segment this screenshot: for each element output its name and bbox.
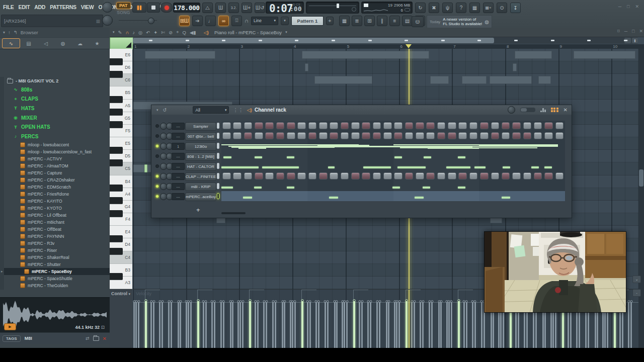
velocity-stem[interactable] [162,302,163,348]
velocity-stem[interactable] [186,302,187,348]
tree-group-808s[interactable]: ∿808s [0,85,110,95]
main-pitch-knob[interactable] [102,15,113,26]
step-button[interactable] [233,132,242,139]
piano-black-key[interactable] [110,71,123,78]
sample-item[interactable]: mPERC - R3v [0,240,110,247]
sample-item[interactable]: mPERC - Shutter [0,261,110,268]
step-button[interactable] [330,132,338,139]
step-button[interactable] [544,122,553,129]
step-button[interactable] [265,122,274,129]
velocity-stem-selected[interactable] [249,301,251,348]
undo-icon[interactable]: ↻ [415,3,426,13]
tree-group-percs[interactable]: ♪PERCS [0,132,110,141]
step-button[interactable] [222,122,231,129]
step-button[interactable] [426,132,435,139]
piano-black-key[interactable] [110,96,123,103]
sample-item[interactable]: mloop - lowsubaccent [0,141,110,148]
tab-files[interactable]: ▤ [20,39,37,48]
velocity-stem[interactable] [211,302,213,348]
sample-item[interactable]: ▸mPERC - SpaceBoy [0,268,110,275]
velocity-stem-selected[interactable] [301,301,303,348]
velocity-stem[interactable] [171,302,172,348]
velocity-stem[interactable] [153,302,154,348]
playlist-panel-icon[interactable]: ▦ [339,16,350,26]
microphone-icon[interactable]: ψ [442,3,453,13]
punch-icon[interactable]: ⍗ [231,16,242,26]
channel-display[interactable]: --- [172,183,185,190]
velocity-stem[interactable] [214,302,215,348]
step-button[interactable] [276,122,285,129]
velocity-stem-selected[interactable] [353,301,355,348]
step-button[interactable] [502,172,510,179]
pr-menu-arrow-icon[interactable]: ▾ [113,30,115,34]
step-button[interactable] [491,172,500,179]
channel-display[interactable]: 1 [172,143,185,150]
velocity-stem[interactable] [342,302,343,348]
piano-roll-title[interactable]: Piano roll - mPERC - SpaceBoy [214,30,282,35]
velocity-stem[interactable] [290,302,291,348]
step-button[interactable] [373,172,381,179]
vertical-scrollbar[interactable] [638,49,644,348]
snap-selector[interactable]: Line▾ [251,17,278,25]
lane-collapse-button[interactable]: ⌄ [632,276,641,283]
step-button[interactable] [319,132,328,139]
channel-display[interactable]: --- [172,123,185,130]
step-button[interactable] [330,172,338,179]
velocity-stem[interactable] [628,302,629,348]
velocity-stem[interactable] [257,302,259,348]
pr-minimize-icon[interactable]: ─ [624,29,627,34]
velocity-stem[interactable] [266,302,267,348]
pencil-tool-icon[interactable]: ✎ [118,30,122,35]
menu-patterns[interactable]: PATTERNS [50,4,76,10]
step-button[interactable] [308,132,317,139]
velocity-stem[interactable] [431,302,433,348]
playback-tool-icon[interactable]: ◀▮ [190,30,196,35]
save-new-version-icon[interactable]: ▦+ [483,3,494,13]
channel-mute-led[interactable] [155,185,159,188]
step-button[interactable] [416,122,424,129]
pr-close-icon[interactable]: ✕ [639,29,643,34]
step-button[interactable] [308,172,317,179]
velocity-stem-selected[interactable] [406,301,408,348]
velocity-stem[interactable] [178,302,179,348]
channel-select-indicator[interactable] [217,183,219,189]
piano-black-key[interactable] [110,210,123,217]
channel-pattern-area[interactable] [221,161,565,171]
step-button[interactable] [308,122,317,129]
velocity-stem[interactable] [411,302,413,348]
velocity-stem[interactable] [135,302,137,348]
channel-name-button[interactable]: CLAP -..FINITEE [185,172,216,181]
open-folder-icon[interactable] [93,336,99,341]
add-channel-button[interactable]: + [196,206,200,214]
tab-samples[interactable]: ∿ [2,38,20,48]
velocity-stem[interactable] [138,302,139,348]
step-button[interactable] [383,172,392,179]
step-button[interactable] [287,122,295,129]
step-button[interactable] [297,132,306,139]
step-button[interactable] [362,122,370,129]
velocity-stem[interactable] [414,302,415,348]
step-button[interactable] [502,122,510,129]
hint-bar[interactable]: [ARX2346] ▦ [1,15,103,27]
velocity-stem[interactable] [237,302,239,348]
channel-select-indicator[interactable] [217,193,219,199]
magnet-icon[interactable]: ∩ [245,18,249,24]
step-button[interactable] [534,122,542,129]
velocity-stem-selected[interactable] [145,301,147,348]
channel-name-button[interactable]: mPERC..aceBoy [185,193,216,201]
step-edit-icon[interactable]: ➔ [192,16,203,26]
velocity-stem[interactable] [220,302,222,348]
pattern-selector[interactable]: Pattern 1 [291,16,324,26]
pr-undo-icon[interactable]: ↶ [146,30,150,35]
velocity-stem[interactable] [159,302,160,348]
channel-name-button[interactable]: m8i - KRIP [185,183,216,191]
step-button[interactable] [534,172,542,179]
step-button[interactable] [555,122,564,129]
pr-title-arrow-icon[interactable]: ▾ [285,30,287,34]
wait-for-input-icon[interactable]: Ш [215,3,226,13]
channel-pattern-area[interactable] [221,171,565,181]
velocity-stem[interactable] [346,302,348,348]
step-button[interactable] [222,132,231,139]
step-button[interactable] [319,172,328,179]
sample-item[interactable]: mPERC - Capture [0,169,110,176]
